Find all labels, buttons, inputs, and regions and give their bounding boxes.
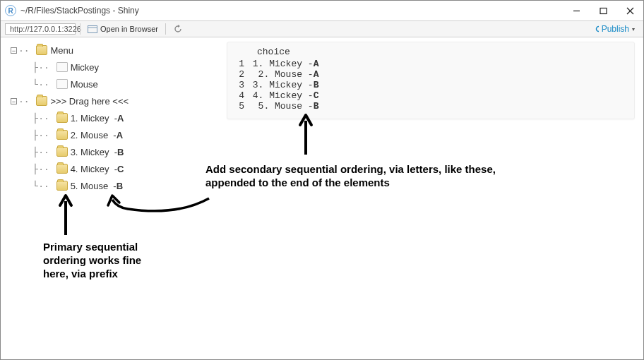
tree-label: Menu bbox=[50, 45, 73, 56]
output-row: 2 2. Mouse -A bbox=[236, 69, 626, 80]
tree-item-num: 2. bbox=[71, 130, 78, 140]
sep: - bbox=[109, 113, 118, 124]
tree-node-mouse[interactable]: └·· Mouse bbox=[11, 76, 129, 92]
tree-item[interactable]: ├·· 3. Mickey - B bbox=[11, 143, 129, 160]
publish-icon bbox=[594, 24, 599, 34]
tree-label: >>> Drag here <<< bbox=[50, 96, 129, 107]
output-row: 1 1. Mickey -A bbox=[236, 59, 626, 69]
tree-item-suffix: B bbox=[117, 181, 123, 191]
curved-arrow-icon bbox=[107, 191, 213, 220]
toolbar: http://127.0.0.1:3226 Open in Browser Pu… bbox=[1, 20, 643, 37]
tree-item-num: 3. bbox=[71, 147, 78, 157]
arrow-up-icon bbox=[57, 194, 74, 236]
tree-node-menu[interactable]: − ·· Menu bbox=[11, 42, 129, 59]
tree-item-name: Mickey bbox=[80, 164, 109, 174]
folder-icon bbox=[56, 147, 68, 157]
sep: - bbox=[108, 181, 117, 191]
tree-item-num: 5. bbox=[71, 181, 78, 191]
folder-icon bbox=[56, 164, 68, 174]
tree-item-name: Mouse bbox=[80, 130, 108, 140]
tree-label: Mouse bbox=[71, 79, 98, 90]
file-icon bbox=[56, 62, 68, 72]
tree-item-name: Mickey bbox=[80, 147, 109, 157]
tree-item[interactable]: ├·· 2. Mouse - A bbox=[11, 126, 129, 143]
sep: - bbox=[109, 164, 118, 174]
app-icon: R bbox=[5, 5, 16, 16]
divider bbox=[165, 23, 166, 35]
folder-icon bbox=[56, 181, 68, 191]
sep: - bbox=[109, 147, 118, 157]
tree-label: Mickey bbox=[71, 62, 99, 73]
svg-rect-1 bbox=[600, 8, 607, 13]
reload-button[interactable] bbox=[170, 23, 186, 35]
reload-icon bbox=[173, 24, 183, 34]
close-button[interactable] bbox=[616, 1, 643, 20]
tree-item-num: 4. bbox=[71, 164, 78, 174]
output-row: 3 3. Mickey -B bbox=[236, 80, 626, 90]
tree-item[interactable]: ├·· 1. Mickey - A bbox=[11, 109, 129, 126]
publish-button[interactable]: Publish ▾ bbox=[590, 23, 639, 35]
tree-item-name: Mickey bbox=[80, 113, 109, 124]
tree-item-name: Mouse bbox=[80, 181, 108, 191]
divider bbox=[80, 23, 80, 35]
sep: - bbox=[108, 130, 117, 140]
output-panel: choice 1 1. Mickey -A 2 2. Mouse -A 3 3.… bbox=[227, 42, 635, 119]
open-browser-button[interactable]: Open in Browser bbox=[85, 23, 161, 35]
svg-point-6 bbox=[597, 27, 599, 32]
tree: − ·· Menu ├·· Mickey └·· Mouse − ·· >>> … bbox=[11, 42, 129, 194]
tree-item-num: 1. bbox=[71, 113, 78, 124]
tree-node-drag-here[interactable]: − ·· >>> Drag here <<< bbox=[11, 92, 129, 109]
tree-node-mickey[interactable]: ├·· Mickey bbox=[11, 59, 129, 76]
window-title: ~/R/Files/StackPostings - Shiny bbox=[20, 6, 563, 16]
maximize-button[interactable] bbox=[590, 1, 616, 20]
minimize-button[interactable] bbox=[563, 1, 590, 20]
svg-rect-4 bbox=[88, 26, 97, 33]
dropdown-icon: ▾ bbox=[632, 26, 635, 32]
output-row: 5 5. Mouse -B bbox=[236, 101, 626, 112]
tree-item-suffix: B bbox=[117, 147, 124, 157]
annotation-primary: Primary sequential ordering works fine h… bbox=[43, 241, 149, 280]
output-header: choice bbox=[236, 47, 626, 57]
tree-item-suffix: A bbox=[117, 113, 124, 124]
folder-icon bbox=[56, 130, 68, 140]
tree-item[interactable]: ├·· 4. Mickey - C bbox=[11, 160, 129, 177]
output-row: 4 4. Mickey -C bbox=[236, 90, 626, 101]
arrow-up-icon bbox=[297, 114, 314, 156]
annotation-secondary: Add secondary sequential ordering, via l… bbox=[205, 163, 502, 190]
open-browser-label: Open in Browser bbox=[100, 25, 158, 33]
folder-icon bbox=[56, 113, 68, 123]
browser-icon bbox=[88, 25, 97, 33]
collapse-icon[interactable]: − bbox=[11, 47, 17, 54]
tree-item-suffix: A bbox=[117, 130, 123, 140]
folder-icon bbox=[36, 45, 47, 55]
url-field[interactable]: http://127.0.0.1:3226 bbox=[5, 23, 76, 35]
title-bar: R ~/R/Files/StackPostings - Shiny bbox=[1, 1, 643, 20]
folder-icon bbox=[36, 96, 47, 106]
collapse-icon[interactable]: − bbox=[11, 98, 17, 104]
content-area: − ·· Menu ├·· Mickey └·· Mouse − ·· >>> … bbox=[1, 37, 643, 359]
tree-item-suffix: C bbox=[117, 164, 124, 174]
publish-label: Publish bbox=[602, 24, 629, 34]
file-icon bbox=[56, 79, 68, 89]
